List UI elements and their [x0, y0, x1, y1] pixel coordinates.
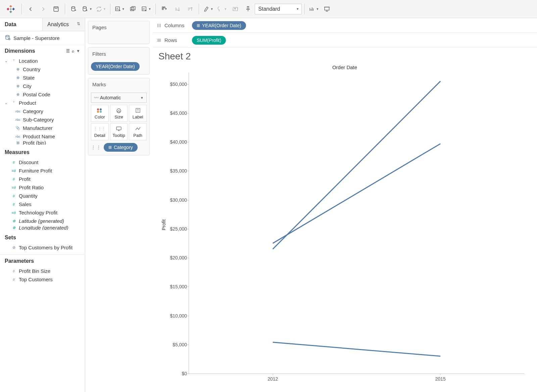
y-tick-label: $50,000 [164, 82, 187, 87]
y-tick-label: $5,000 [164, 342, 187, 347]
rows-pill-profit[interactable]: SUM(Profit) [192, 36, 226, 45]
tab-analytics[interactable]: Analytics⇅ [42, 18, 85, 31]
swap-button[interactable] [158, 3, 170, 15]
menu-icon[interactable]: ▼ [76, 49, 80, 53]
dim-productname[interactable]: AbcProduct Name [0, 132, 85, 141]
dim-manufacturer[interactable]: 📎Manufacturer [0, 124, 85, 132]
marks-pill-category[interactable]: ⊞Category [104, 143, 138, 152]
marks-size[interactable]: Size [110, 105, 128, 122]
clear-sheet-button[interactable]: ▼ [140, 3, 153, 15]
meas-profit-ratio[interactable]: =#Profit Ratio [0, 183, 85, 192]
filter-pill-year[interactable]: YEAR(Order Date) [91, 62, 140, 71]
svg-rect-18 [162, 8, 163, 9]
svg-rect-19 [164, 7, 165, 8]
measures-header: Measures [5, 149, 30, 155]
duplicate-sheet-button[interactable] [127, 3, 139, 15]
dim-city[interactable]: ⊕City [0, 82, 85, 90]
x-axis-title: Order Date [158, 64, 531, 70]
sets-header: Sets [5, 235, 16, 241]
dim-state[interactable]: ⊕State [0, 74, 85, 82]
meas-quantity[interactable]: #Quantity [0, 192, 85, 200]
new-datasource-button[interactable] [68, 3, 80, 15]
sort-desc-button[interactable] [184, 3, 196, 15]
datasource-icon [5, 35, 11, 42]
y-tick-label: $45,000 [164, 110, 187, 116]
show-labels-button[interactable]: T [229, 3, 241, 15]
detail-drop-icon: ⋮⋮ [91, 145, 102, 150]
tab-data[interactable]: Data [0, 18, 42, 31]
marks-label[interactable]: TLabel [129, 105, 147, 122]
set-top-customers[interactable]: ⊘Top Customers by Profit [0, 243, 85, 252]
fit-dropdown[interactable]: Standard [255, 4, 302, 14]
svg-point-25 [97, 108, 99, 110]
datasource-label: Sample - Superstore [13, 35, 60, 41]
meas-discount[interactable]: #Discount [0, 158, 85, 166]
marks-tooltip[interactable]: Tooltip [110, 123, 128, 140]
y-tick-label: $0 [164, 371, 187, 376]
filters-shelf[interactable]: Filters YEAR(Order Date) [88, 47, 150, 75]
svg-rect-33 [116, 127, 121, 130]
meas-profit[interactable]: #Profit [0, 175, 85, 183]
svg-rect-22 [325, 7, 329, 10]
y-tick-label: $35,000 [164, 168, 187, 174]
show-me-button[interactable]: ▼ [307, 3, 321, 15]
pin-button[interactable] [242, 3, 254, 15]
view-list-icon[interactable]: ☰ [66, 49, 70, 53]
group-button[interactable]: ▼ [215, 3, 229, 15]
data-pane: Data Analytics⇅ Sample - Superstore Dime… [0, 18, 85, 392]
columns-shelf[interactable]: Columns ⊞YEAR(Order Date) [152, 18, 537, 33]
rows-shelf[interactable]: Rows SUM(Profit) [152, 33, 537, 48]
cards-pane: Pages Filters YEAR(Order Date) Marks 〰 A… [85, 18, 152, 392]
param-top-customers[interactable]: #Top Customers [0, 275, 85, 284]
meas-tech-profit[interactable]: =#Technology Profit [0, 208, 85, 217]
highlight-button[interactable]: ▼ [202, 3, 215, 15]
y-tick-label: $40,000 [164, 139, 187, 145]
dim-subcategory[interactable]: AbcSub-Category [0, 115, 85, 124]
y-tick-label: $30,000 [164, 197, 187, 203]
main-toolbar: ▼ ▼ ▼ ▼ ▼ ▼ T Standard ▼ [0, 0, 537, 18]
back-button[interactable] [25, 3, 37, 15]
svg-rect-17 [162, 7, 163, 8]
meas-sales[interactable]: #Sales [0, 200, 85, 208]
save-button[interactable] [50, 3, 62, 15]
dim-country[interactable]: ⊕Country [0, 65, 85, 74]
datasource-item[interactable]: Sample - Superstore [0, 31, 85, 45]
new-worksheet-button[interactable]: ▼ [113, 3, 126, 15]
y-tick-label: $15,000 [164, 284, 187, 289]
search-icon[interactable]: ⌕ [72, 49, 74, 53]
refresh-button[interactable]: ▼ [94, 3, 107, 15]
svg-point-12 [83, 6, 86, 8]
meas-longitude[interactable]: ⊕Longitude (generated) [0, 225, 85, 230]
presentation-button[interactable] [321, 3, 333, 15]
chart[interactable]: Order Date Profit $0$5,000$10,000$15,000… [158, 64, 531, 385]
svg-point-26 [100, 108, 102, 110]
meas-furniture-profit[interactable]: =#Furniture Profit [0, 166, 85, 175]
marks-shelf: Marks 〰 Automatic▼ Color Size TLabel ⋮⋮⋮… [88, 78, 150, 155]
sort-asc-button[interactable] [171, 3, 183, 15]
x-tick-label: 2012 [267, 376, 278, 382]
svg-point-28 [100, 111, 102, 113]
svg-point-27 [97, 111, 99, 113]
pause-updates-button[interactable]: ▼ [81, 3, 94, 15]
marks-type-dropdown[interactable]: 〰 Automatic▼ [91, 93, 147, 103]
dim-group-product[interactable]: ⌄ᵀProduct [0, 99, 85, 107]
svg-rect-10 [54, 7, 58, 11]
dim-profitbin[interactable]: ⊞Profit (bin) [0, 141, 85, 145]
pages-shelf[interactable]: Pages [88, 21, 150, 44]
marks-color[interactable]: Color [91, 105, 109, 122]
y-tick-label: $20,000 [164, 255, 187, 260]
sheet-title[interactable]: Sheet 2 [158, 51, 531, 62]
params-tree: #Profit Bin Size #Top Customers [0, 266, 85, 286]
param-profit-bin[interactable]: #Profit Bin Size [0, 267, 85, 275]
forward-button[interactable] [37, 3, 49, 15]
dim-postal[interactable]: ⊕Postal Code [0, 90, 85, 99]
svg-point-23 [6, 35, 9, 37]
marks-detail[interactable]: ⋮⋮⋮Detail [91, 123, 109, 140]
y-tick-label: $10,000 [164, 313, 187, 318]
meas-latitude[interactable]: ⊕Latitude (generated) [0, 217, 85, 225]
dim-category[interactable]: AbcCategory [0, 107, 85, 115]
columns-pill-year[interactable]: ⊞YEAR(Order Date) [192, 21, 246, 30]
dim-group-location[interactable]: ⌄ᵀLocation [0, 57, 85, 65]
marks-path[interactable]: Path [129, 123, 147, 140]
sets-tree: ⊘Top Customers by Profit [0, 243, 85, 254]
